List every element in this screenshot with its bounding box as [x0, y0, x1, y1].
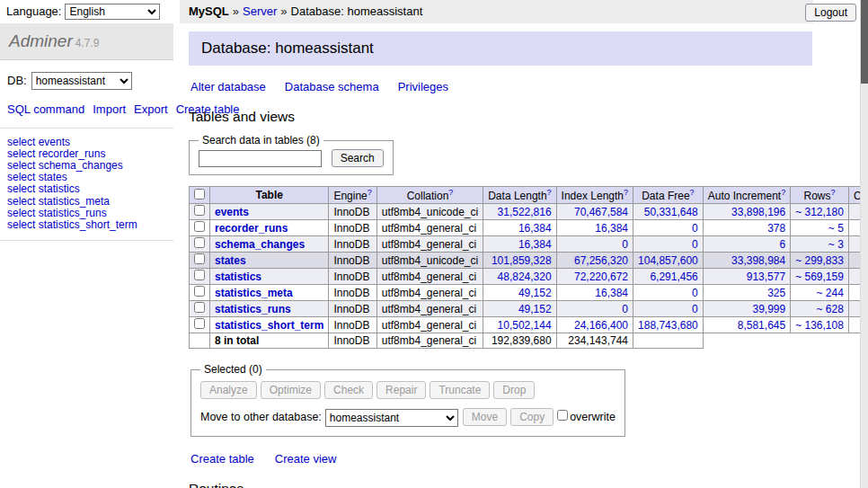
column-header[interactable]: Index Length? — [556, 187, 633, 204]
help-icon[interactable]: ? — [690, 188, 695, 197]
data-free-link[interactable]: 188,743,680 — [638, 319, 698, 332]
sidebar-table-link[interactable]: select statistics — [7, 183, 166, 195]
data-free-link[interactable]: 6,291,456 — [650, 271, 697, 283]
vertical-scrollbar[interactable] — [860, 0, 868, 488]
table-name-link[interactable]: statistics_meta — [215, 287, 293, 299]
sidebar-link-import[interactable]: Import — [93, 102, 126, 116]
rows-link[interactable]: ~ 5 — [828, 222, 844, 235]
rows-link[interactable]: ~ 244 — [817, 287, 844, 299]
auto-increment-link[interactable]: 913,577 — [747, 271, 785, 283]
auto-increment-link[interactable]: 6 — [779, 238, 785, 251]
bulk-optimize-button[interactable]: Optimize — [261, 381, 321, 399]
index-length-link[interactable]: 0 — [622, 238, 628, 251]
data-free-link[interactable]: 104,857,600 — [638, 254, 698, 267]
sidebar-table-link[interactable]: select statistics_short_term — [7, 219, 166, 231]
auto-increment-link[interactable]: 33,898,196 — [731, 206, 785, 218]
bulk-drop-button[interactable]: Drop — [493, 381, 535, 399]
help-icon[interactable]: ? — [781, 188, 785, 197]
link-privileges[interactable]: Privileges — [398, 80, 448, 93]
row-checkbox[interactable] — [194, 253, 205, 264]
data-length-link[interactable]: 31,522,816 — [498, 206, 552, 218]
data-length-link[interactable]: 49,152 — [518, 287, 552, 299]
row-checkbox[interactable] — [194, 286, 205, 297]
help-icon[interactable]: ? — [831, 188, 836, 197]
row-checkbox[interactable] — [194, 221, 205, 232]
table-name-link[interactable]: events — [215, 206, 249, 218]
table-name-link[interactable]: statistics — [215, 271, 261, 283]
search-button[interactable]: Search — [332, 149, 384, 167]
rows-link[interactable]: ~ 628 — [817, 303, 844, 315]
data-free-link[interactable]: 0 — [692, 287, 698, 299]
rows-link[interactable]: ~ 312,180 — [795, 206, 844, 218]
index-length-link[interactable]: 16,384 — [595, 287, 628, 299]
help-icon[interactable]: ? — [448, 188, 453, 197]
data-free-link[interactable]: 50,331,648 — [644, 206, 698, 218]
data-length-link[interactable]: 101,859,328 — [492, 254, 552, 267]
rows-link[interactable]: ~ 569,159 — [795, 271, 844, 283]
link-database-schema[interactable]: Database schema — [285, 80, 379, 93]
overwrite-label[interactable]: overwrite — [570, 411, 616, 423]
data-length-link[interactable]: 49,152 — [518, 303, 552, 315]
language-select[interactable]: English — [65, 4, 160, 20]
auto-increment-link[interactable]: 325 — [767, 287, 785, 299]
bulk-repair-button[interactable]: Repair — [376, 381, 426, 399]
search-input[interactable] — [199, 150, 322, 167]
scrollbar-thumb[interactable] — [861, 0, 868, 84]
data-free-link[interactable]: 0 — [692, 222, 698, 235]
column-header[interactable]: Table — [210, 187, 329, 204]
sidebar-link-sql-command[interactable]: SQL command — [7, 102, 84, 116]
auto-increment-link[interactable]: 378 — [767, 222, 785, 235]
breadcrumb-mysql[interactable]: MySQL — [189, 4, 229, 18]
rows-link[interactable]: ~ 136,108 — [795, 319, 844, 332]
row-checkbox[interactable] — [194, 302, 205, 313]
index-length-link[interactable]: 24,166,400 — [574, 319, 628, 332]
rows-link[interactable]: ~ 299,833 — [795, 254, 844, 267]
link-alter-database[interactable]: Alter database — [190, 80, 266, 93]
index-length-link[interactable]: 70,467,584 — [574, 206, 628, 218]
column-header[interactable]: Engine? — [329, 187, 376, 204]
data-length-link[interactable]: 10,502,144 — [498, 319, 552, 332]
row-checkbox[interactable] — [194, 318, 205, 329]
index-length-link[interactable]: 67,256,320 — [574, 254, 628, 267]
logout-button[interactable]: Logout — [805, 4, 856, 22]
column-header[interactable]: Collation? — [376, 187, 483, 204]
rows-link[interactable]: ~ 3 — [828, 238, 844, 251]
bulk-check-button[interactable]: Check — [324, 381, 373, 399]
index-length-link[interactable]: 16,384 — [595, 222, 628, 235]
help-icon[interactable]: ? — [368, 188, 372, 197]
auto-increment-link[interactable]: 39,999 — [752, 303, 785, 315]
table-name-link[interactable]: states — [215, 254, 246, 267]
help-icon[interactable]: ? — [624, 188, 628, 197]
bulk-analyze-button[interactable]: Analyze — [200, 381, 257, 399]
select-all-checkbox[interactable] — [194, 189, 205, 200]
column-header[interactable]: Data Length? — [483, 187, 556, 204]
copy-button[interactable]: Copy — [510, 408, 554, 426]
bulk-truncate-button[interactable]: Truncate — [430, 381, 490, 399]
move-button[interactable]: Move — [463, 408, 507, 426]
row-checkbox[interactable] — [194, 237, 205, 248]
data-length-link[interactable]: 16,384 — [518, 222, 552, 235]
data-free-link[interactable]: 0 — [692, 303, 698, 315]
sidebar-table-link[interactable]: select statistics_meta — [7, 196, 166, 208]
data-free-link[interactable]: 0 — [692, 238, 698, 251]
column-header[interactable]: Data Free? — [633, 187, 704, 204]
db-select[interactable]: homeassistant — [31, 72, 132, 90]
column-header[interactable]: Auto Increment? — [703, 187, 790, 204]
overwrite-checkbox[interactable] — [557, 410, 568, 421]
column-header[interactable]: Rows? — [791, 187, 849, 204]
data-length-link[interactable]: 48,824,320 — [498, 271, 552, 283]
sidebar-table-link[interactable]: select recorder_runs — [7, 148, 166, 160]
row-checkbox[interactable] — [194, 270, 205, 280]
help-icon[interactable]: ? — [547, 188, 552, 197]
table-name-link[interactable]: statistics_runs — [215, 303, 291, 315]
table-name-link[interactable]: schema_changes — [215, 238, 305, 251]
sidebar-link-export[interactable]: Export — [134, 102, 168, 116]
breadcrumb-server[interactable]: Server — [243, 4, 277, 18]
index-length-link[interactable]: 72,220,672 — [574, 271, 628, 283]
link-create-table[interactable]: Create table — [190, 452, 254, 466]
sidebar-table-link[interactable]: select events — [7, 137, 166, 148]
index-length-link[interactable]: 0 — [622, 303, 628, 315]
data-length-link[interactable]: 16,384 — [518, 238, 552, 251]
app-name[interactable]: Adminer — [9, 31, 73, 50]
auto-increment-link[interactable]: 33,398,984 — [731, 254, 785, 267]
